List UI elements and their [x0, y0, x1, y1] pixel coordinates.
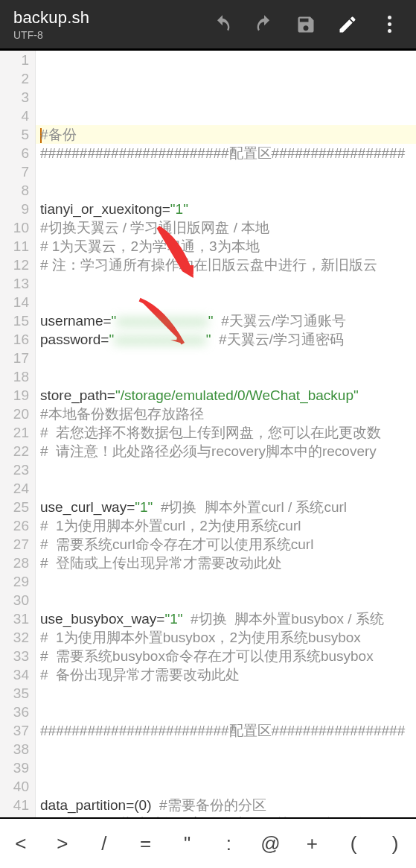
code-line[interactable]	[40, 162, 416, 181]
code-line[interactable]	[40, 777, 416, 796]
line-number: 14	[0, 293, 29, 311]
line-number: 18	[0, 367, 29, 386]
code-line[interactable]: use_busybox_way="1" #切换 脚本外置busybox / 系统	[40, 609, 416, 628]
edit-icon[interactable]	[337, 14, 358, 35]
code-line[interactable]: tianyi_or_xuexitong="1"	[40, 200, 416, 218]
symbol-key[interactable]: +	[291, 832, 333, 855]
line-number: 13	[0, 274, 29, 293]
line-number: 19	[0, 386, 29, 405]
code-line[interactable]	[40, 367, 416, 386]
line-number: 26	[0, 516, 29, 535]
code-line[interactable]: use_curl_way="1" #切换 脚本外置curl / 系统curl	[40, 498, 416, 516]
line-number: 24	[0, 479, 29, 498]
code-line[interactable]: ########################配置区#############…	[40, 721, 416, 740]
code-line[interactable]: # 1为使用脚本外置curl，2为使用系统curl	[40, 516, 416, 535]
code-line[interactable]: # 需要系统busybox命令存在才可以使用系统busybox	[40, 647, 416, 665]
line-number: 25	[0, 498, 29, 516]
symbol-key[interactable]: >	[42, 832, 83, 855]
app-header: backup.sh UTF-8	[0, 0, 416, 51]
line-number: 15	[0, 311, 29, 330]
line-number: 10	[0, 218, 29, 237]
line-number: 17	[0, 349, 29, 367]
code-line[interactable]: #本地备份数据包存放路径	[40, 405, 416, 423]
title-block: backup.sh UTF-8	[13, 8, 212, 41]
code-line[interactable]: # 需要系统curl命令存在才可以使用系统curl	[40, 535, 416, 554]
code-line[interactable]	[40, 684, 416, 703]
line-number: 35	[0, 684, 29, 703]
line-number: 41	[0, 796, 29, 814]
line-number: 16	[0, 330, 29, 349]
line-number: 32	[0, 628, 29, 647]
editor-area[interactable]: 1234567891011121314151617181920212223242…	[0, 51, 416, 817]
code-line[interactable]: #切换天翼云 / 学习通旧版网盘 / 本地	[40, 218, 416, 237]
line-number: 34	[0, 665, 29, 684]
code-line[interactable]	[40, 758, 416, 777]
code-line[interactable]: data_partition=(0) #需要备份的分区	[40, 796, 416, 814]
line-number: 5	[0, 125, 29, 144]
code-line[interactable]: ########################配置区#############…	[40, 144, 416, 162]
line-number: 4	[0, 107, 29, 125]
code-line[interactable]: password="xxxxxxxxxxxxx" #天翼云/学习通密码	[40, 330, 416, 349]
line-number: 1	[0, 51, 29, 69]
code-line[interactable]: #备份	[36, 125, 416, 144]
line-number: 36	[0, 703, 29, 721]
code-line[interactable]	[40, 274, 416, 293]
code-line[interactable]: # 1为使用脚本外置busybox，2为使用系统busybox	[40, 628, 416, 647]
symbol-key[interactable]: <	[0, 832, 42, 855]
line-number: 12	[0, 256, 29, 274]
code-line[interactable]: #可自行修改此处以备份主微信或MIUI等双开/多开微信	[40, 814, 416, 817]
code-line[interactable]: username="xxxxxxxxxxxxx" #天翼云/学习通账号	[40, 311, 416, 330]
symbol-key[interactable]: "	[167, 832, 208, 855]
code-line[interactable]	[40, 479, 416, 498]
symbol-key[interactable]: (	[333, 832, 374, 855]
line-number: 33	[0, 647, 29, 665]
line-number: 22	[0, 442, 29, 460]
line-gutter: 1234567891011121314151617181920212223242…	[0, 51, 36, 817]
line-number: 21	[0, 423, 29, 442]
overflow-menu-icon[interactable]	[379, 14, 400, 35]
code-line[interactable]: # 登陆或上传出现异常才需要改动此处	[40, 554, 416, 572]
code-line[interactable]: # 若您选择不将数据包上传到网盘，您可以在此更改数	[40, 423, 416, 442]
line-number: 3	[0, 88, 29, 107]
line-number: 9	[0, 200, 29, 218]
symbol-key[interactable]: )	[374, 832, 416, 855]
undo-icon[interactable]	[212, 14, 233, 35]
line-number: 30	[0, 591, 29, 609]
line-number: 40	[0, 777, 29, 796]
save-icon[interactable]	[295, 14, 316, 35]
symbol-key[interactable]: /	[83, 832, 125, 855]
line-number: 7	[0, 162, 29, 181]
code-line[interactable]	[40, 572, 416, 591]
line-number: 28	[0, 554, 29, 572]
line-number: 23	[0, 460, 29, 479]
line-number: 20	[0, 405, 29, 423]
line-number: 2	[0, 69, 29, 88]
line-number: 27	[0, 535, 29, 554]
line-number: 38	[0, 740, 29, 758]
line-number: 31	[0, 609, 29, 628]
code-line[interactable]: store_path="/storage/emulated/0/WeChat_b…	[40, 386, 416, 405]
symbol-bar: <>/=":@+()	[0, 817, 416, 868]
line-number: 37	[0, 721, 29, 740]
encoding-label: UTF-8	[13, 29, 212, 41]
symbol-key[interactable]: :	[208, 832, 250, 855]
code-line[interactable]	[40, 740, 416, 758]
symbol-key[interactable]: =	[125, 832, 167, 855]
code-line[interactable]: # 1为天翼云，2为学习通，3为本地	[40, 237, 416, 256]
code-line[interactable]	[40, 703, 416, 721]
line-number: 39	[0, 758, 29, 777]
code-line[interactable]: # 请注意！此处路径必须与recovery脚本中的recovery	[40, 442, 416, 460]
code-line[interactable]	[40, 349, 416, 367]
code-line[interactable]	[40, 293, 416, 311]
code-line[interactable]: # 注：学习通所有操作均在旧版云盘中进行，新旧版云	[40, 256, 416, 274]
redo-icon[interactable]	[254, 14, 275, 35]
code-line[interactable]: # 备份出现异常才需要改动此处	[40, 665, 416, 684]
code-line[interactable]	[40, 591, 416, 609]
line-number: 29	[0, 572, 29, 591]
code-line[interactable]	[40, 181, 416, 200]
code-content[interactable]: #备份########################配置区##########…	[36, 51, 416, 817]
line-number: 8	[0, 181, 29, 200]
symbol-key[interactable]: @	[249, 832, 291, 855]
code-line[interactable]	[40, 460, 416, 479]
line-number: 6	[0, 144, 29, 162]
